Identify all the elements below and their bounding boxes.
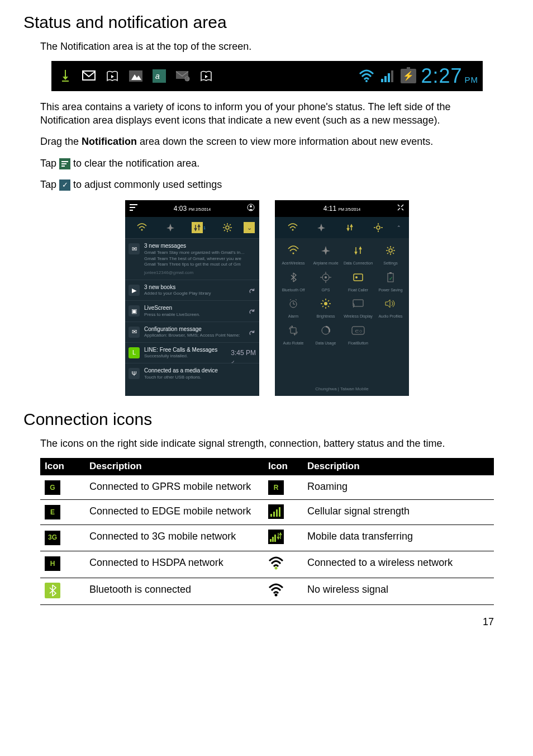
txt: to clear the notification area. bbox=[73, 158, 199, 169]
cell-icon: R bbox=[264, 475, 303, 500]
tile-icon bbox=[318, 296, 334, 311]
tools-icon bbox=[397, 204, 404, 214]
quick-setting-tile: ✓ Power Saving bbox=[375, 270, 406, 292]
svg-rect-89 bbox=[279, 507, 280, 517]
notif-item-icon: ✉ bbox=[129, 243, 140, 254]
data-toggle-icon bbox=[335, 224, 364, 231]
quick-setting-tile: Bluetooth Off bbox=[278, 270, 308, 292]
quick-setting-tile: Float Caller bbox=[343, 270, 373, 292]
section-title-connection: Connection icons bbox=[23, 408, 494, 431]
quick-setting-tile: Brightness bbox=[311, 296, 341, 319]
section-title-status: Status and notification area bbox=[23, 11, 494, 34]
mms-icon: ⚙ bbox=[174, 68, 191, 84]
net-badge-3G: 3G bbox=[45, 531, 60, 545]
quick-row-left: 1 ⌄ bbox=[125, 217, 259, 238]
svg-rect-22 bbox=[130, 207, 135, 208]
svg-line-33 bbox=[224, 224, 225, 225]
panel-time: 4:03 bbox=[174, 205, 187, 212]
tile-label: Settings bbox=[375, 261, 406, 266]
svg-line-52 bbox=[393, 253, 394, 254]
svg-rect-15 bbox=[384, 76, 387, 82]
svg-rect-3 bbox=[83, 71, 95, 80]
cell-icon: G bbox=[40, 475, 85, 500]
svg-rect-23 bbox=[130, 210, 133, 211]
svg-point-13 bbox=[365, 80, 368, 82]
svg-rect-91 bbox=[272, 537, 274, 542]
txt: Drag the bbox=[40, 136, 82, 147]
net-badge-H: H bbox=[45, 556, 60, 571]
panel-header-right: 4:11 PM 2/5/2014 bbox=[275, 200, 409, 217]
cell-icon bbox=[40, 578, 85, 605]
tile-label: Bluetooth Off bbox=[278, 287, 308, 292]
page-number: 17 bbox=[40, 615, 494, 629]
svg-rect-14 bbox=[381, 79, 383, 82]
quick-setting-tile: Auto Rotate bbox=[278, 323, 308, 346]
txt: Tap bbox=[40, 158, 59, 169]
paragraph-tap-adjust: Tap ✓ to adjust commonly used settings bbox=[40, 178, 494, 191]
svg-text:⊂○: ⊂○ bbox=[355, 328, 362, 334]
svg-marker-1 bbox=[63, 77, 68, 80]
notification-item: ✉ Configuration messageApplication: Brow… bbox=[125, 322, 259, 342]
picture-icon bbox=[127, 68, 144, 84]
svg-line-53 bbox=[387, 253, 388, 254]
quick-setting-tile: Data Usage bbox=[311, 323, 341, 346]
svg-rect-21 bbox=[130, 204, 137, 205]
cell-icon bbox=[264, 525, 303, 551]
svg-marker-12 bbox=[205, 75, 208, 78]
table-row: E Connected to EDGE mobile network Cellu… bbox=[40, 500, 494, 525]
cell-icon bbox=[264, 551, 303, 578]
net-badge-G: G bbox=[45, 480, 60, 495]
th-icon1: Icon bbox=[40, 458, 85, 475]
svg-marker-4 bbox=[111, 75, 114, 78]
tile-label: Alarm bbox=[278, 314, 308, 319]
txt: Tap bbox=[40, 179, 59, 190]
quick-setting-tile: Settings bbox=[375, 243, 406, 266]
cell-icon: H bbox=[40, 551, 85, 578]
th-desc1: Description bbox=[85, 458, 264, 475]
tile-label: FloatButton bbox=[343, 341, 373, 346]
wifi-connected-icon bbox=[268, 556, 284, 570]
svg-rect-64 bbox=[389, 272, 392, 273]
svg-line-34 bbox=[230, 230, 231, 231]
notif-item-icon: L bbox=[129, 347, 140, 358]
notification-item: ✉ 3 new messagesGmail Team Stay more org… bbox=[125, 238, 259, 280]
svg-marker-81 bbox=[386, 300, 390, 308]
notification-item: L LINE: Free Calls & MessagesSuccessfull… bbox=[125, 342, 259, 363]
svg-rect-82 bbox=[291, 328, 296, 333]
cell-desc: Connected to GPRS mobile network bbox=[85, 475, 264, 500]
bluetooth-icon bbox=[45, 583, 60, 598]
svg-line-35 bbox=[224, 230, 225, 231]
table-row: H Connected to HSDPA network Connected t… bbox=[40, 551, 494, 578]
tile-label: Float Caller bbox=[343, 287, 373, 292]
tile-icon bbox=[350, 296, 366, 311]
svg-text:✓: ✓ bbox=[389, 276, 393, 281]
svg-marker-45 bbox=[321, 246, 330, 255]
airplane-toggle-icon bbox=[307, 223, 335, 233]
connection-icons-table: Icon Description Icon Description G Conn… bbox=[40, 458, 494, 605]
svg-marker-27 bbox=[166, 224, 174, 231]
tile-icon bbox=[350, 270, 366, 285]
svg-rect-16 bbox=[388, 73, 390, 82]
svg-line-69 bbox=[290, 299, 291, 300]
notif-item-icon: ▣ bbox=[129, 305, 140, 316]
clock-hours: 2:27 bbox=[421, 63, 462, 90]
data-transfer-icon bbox=[268, 530, 284, 544]
svg-rect-18 bbox=[61, 161, 68, 162]
cell-desc: Connected to EDGE mobile network bbox=[85, 500, 264, 525]
cell-icon bbox=[264, 500, 303, 525]
quick-setting-tile: Wireless Display bbox=[343, 296, 373, 319]
th-icon2: Icon bbox=[264, 458, 303, 475]
tile-icon bbox=[383, 323, 398, 338]
txt: to adjust commonly used settings bbox=[73, 179, 222, 190]
wifi-nosignal-icon bbox=[268, 583, 284, 597]
svg-point-25 bbox=[250, 205, 252, 207]
battery-charging-icon: ⚡ bbox=[401, 69, 416, 83]
txt: area down the screen to view more inform… bbox=[137, 136, 433, 147]
tile-icon bbox=[285, 270, 301, 285]
svg-rect-61 bbox=[354, 274, 363, 281]
wifi-toggle-icon bbox=[278, 223, 307, 232]
tile-label: Audio Profiles bbox=[375, 314, 406, 319]
svg-rect-2 bbox=[62, 81, 69, 82]
tile-icon bbox=[383, 296, 398, 311]
svg-line-70 bbox=[296, 299, 297, 300]
